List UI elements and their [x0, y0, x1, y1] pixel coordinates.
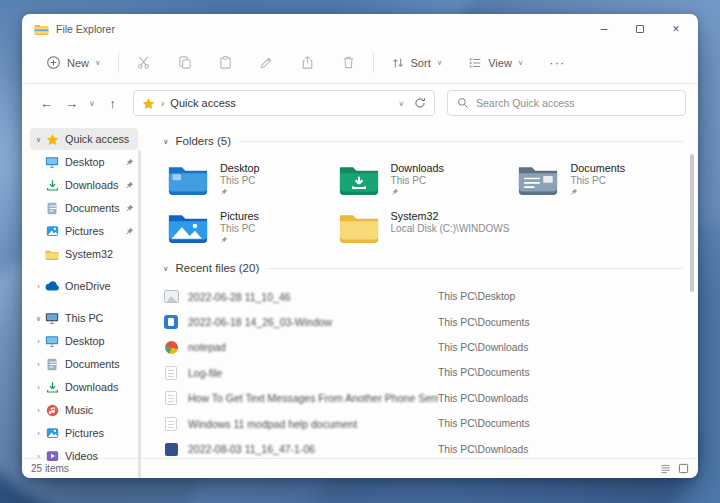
- sidebar-item-label: Pictures: [65, 427, 135, 439]
- address-dropdown-icon[interactable]: ∨: [399, 99, 405, 108]
- recent-locations-button[interactable]: ∨: [84, 91, 100, 115]
- content-scrollbar[interactable]: [690, 154, 694, 292]
- chevron-right-icon[interactable]: ›: [33, 337, 44, 346]
- sidebar-item-pc-videos[interactable]: › Videos: [30, 445, 138, 467]
- up-button[interactable]: ↑: [100, 91, 125, 115]
- chevron-right-icon[interactable]: ›: [33, 406, 44, 415]
- sidebar-item-pc-music[interactable]: › Music: [30, 399, 138, 421]
- folder-tile-system32[interactable]: System32 Local Disk (C:)\WINDOWS: [334, 206, 514, 248]
- chevron-down-icon: ∨: [437, 58, 443, 67]
- address-bar[interactable]: › Quick access ∨: [133, 90, 435, 116]
- chevron-down-icon[interactable]: ∨: [163, 137, 169, 146]
- folders-section-header[interactable]: ∨ Folders (5): [163, 131, 684, 151]
- search-input[interactable]: [476, 97, 676, 109]
- file-row[interactable]: Windows 11 modpad help document This PC\…: [163, 411, 684, 436]
- folder-location: This PC: [391, 175, 444, 186]
- folder-name: Pictures: [220, 210, 259, 222]
- folder-location: This PC: [570, 175, 625, 186]
- media-file-icon: [163, 314, 179, 330]
- sort-button-label: Sort: [411, 57, 431, 69]
- share-button[interactable]: [292, 49, 323, 76]
- file-location: This PC\Documents: [438, 367, 530, 378]
- breadcrumb-quick-access[interactable]: Quick access: [170, 97, 235, 109]
- sidebar-item-label: Pictures: [65, 225, 124, 237]
- window-body: ∨ Quick access Desktop: [22, 122, 698, 458]
- refresh-icon[interactable]: [414, 97, 426, 109]
- documents-icon: [44, 358, 60, 371]
- folder-location: Local Disk (C:)\WINDOWS: [391, 223, 510, 234]
- folder-name: System32: [391, 210, 510, 222]
- sidebar-item-quick-access[interactable]: ∨ Quick access: [30, 128, 138, 150]
- sidebar-item-pc-pictures[interactable]: › Pictures: [30, 422, 138, 444]
- file-explorer-icon: [34, 23, 49, 35]
- system32-folder-icon: [338, 210, 380, 243]
- cut-icon: [136, 55, 151, 70]
- search-box[interactable]: [447, 90, 686, 116]
- file-location: This PC\Downloads: [438, 393, 528, 404]
- chevron-down-icon[interactable]: ∨: [33, 314, 44, 323]
- file-row[interactable]: Log-file This PC\Documents: [163, 360, 684, 385]
- folder-tile-downloads[interactable]: Downloads This PC: [334, 158, 514, 200]
- file-name: notepad: [188, 341, 438, 353]
- recent-files-header-label: Recent files (20): [176, 262, 260, 274]
- delete-button[interactable]: [333, 49, 364, 76]
- close-button[interactable]: ×: [658, 17, 694, 41]
- sidebar-item-pc-documents[interactable]: › Documents: [30, 353, 138, 375]
- view-button[interactable]: View ∨: [460, 50, 531, 76]
- back-button[interactable]: ←: [34, 91, 59, 115]
- folder-tile-pictures[interactable]: Pictures This PC: [163, 206, 334, 248]
- sidebar-item-desktop-pinned[interactable]: Desktop: [30, 151, 138, 173]
- copy-button[interactable]: [169, 49, 200, 76]
- recent-files-list: 2022-06-28 11_10_46 This PC\Desktop 2022…: [163, 284, 684, 462]
- new-button[interactable]: New ∨: [38, 49, 109, 76]
- quick-access-star-icon: [142, 97, 155, 110]
- minimize-button[interactable]: –: [586, 17, 622, 41]
- folder-icon: [44, 249, 60, 260]
- paste-icon: [218, 55, 233, 70]
- sidebar-item-pc-downloads[interactable]: › Downloads: [30, 376, 138, 398]
- downloads-icon: [44, 179, 60, 192]
- file-row[interactable]: notepad This PC\Downloads: [163, 335, 684, 360]
- recent-files-section-header[interactable]: ∨ Recent files (20): [163, 258, 684, 278]
- file-explorer-window: File Explorer – × New ∨: [22, 14, 698, 478]
- file-name: 2022-08-03 11_16_47-1-06: [188, 443, 438, 455]
- sidebar-item-this-pc[interactable]: ∨ This PC: [30, 307, 138, 329]
- toolbar-divider: [373, 53, 374, 73]
- documents-folder-icon: [517, 162, 559, 195]
- details-view-icon[interactable]: [660, 463, 671, 474]
- file-row[interactable]: 2022-08-03 11_16_47-1-06 This PC\Downloa…: [163, 436, 684, 461]
- chevron-right-icon[interactable]: ›: [33, 429, 44, 438]
- paste-button[interactable]: [210, 49, 241, 76]
- sidebar-item-label: Music: [65, 404, 135, 416]
- sort-button[interactable]: Sort ∨: [383, 50, 451, 76]
- see-more-button[interactable]: ···: [541, 50, 573, 75]
- forward-button[interactable]: →: [59, 91, 84, 115]
- maximize-button[interactable]: [622, 17, 658, 41]
- chevron-right-icon[interactable]: ›: [33, 360, 44, 369]
- chevron-right-icon[interactable]: ›: [33, 452, 44, 461]
- chevron-right-icon[interactable]: ›: [33, 383, 44, 392]
- folder-tile-desktop[interactable]: Desktop This PC: [163, 158, 334, 200]
- chevron-down-icon[interactable]: ∨: [163, 264, 169, 273]
- pictures-icon: [44, 225, 60, 237]
- chevron-down-icon[interactable]: ∨: [33, 135, 44, 144]
- file-row[interactable]: 2022-06-18 14_26_03-Window This PC\Docum…: [163, 309, 684, 334]
- sidebar-item-downloads-pinned[interactable]: Downloads: [30, 174, 138, 196]
- file-row[interactable]: How To Get Text Messages From Another Ph…: [163, 386, 684, 411]
- chevron-right-icon[interactable]: ›: [33, 282, 44, 291]
- sidebar-item-pictures-pinned[interactable]: Pictures: [30, 220, 138, 242]
- sidebar-item-onedrive[interactable]: › OneDrive: [30, 275, 138, 297]
- large-icons-view-icon[interactable]: [678, 463, 689, 474]
- folder-tile-documents[interactable]: Documents This PC: [513, 158, 684, 200]
- sidebar-item-documents-pinned[interactable]: Documents: [30, 197, 138, 219]
- file-row[interactable]: 2022-06-28 11_10_46 This PC\Desktop: [163, 284, 684, 309]
- downloads-folder-icon: [338, 162, 380, 195]
- sidebar-item-system32[interactable]: System32: [30, 243, 138, 265]
- sidebar-item-pc-desktop[interactable]: › Desktop: [30, 330, 138, 352]
- title-bar[interactable]: File Explorer – ×: [22, 14, 698, 42]
- rename-button[interactable]: [251, 49, 282, 76]
- cut-button[interactable]: [128, 49, 159, 76]
- sidebar-item-label: Downloads: [65, 179, 124, 191]
- pin-icon: [124, 204, 135, 213]
- sidebar-item-label: Downloads: [65, 381, 135, 393]
